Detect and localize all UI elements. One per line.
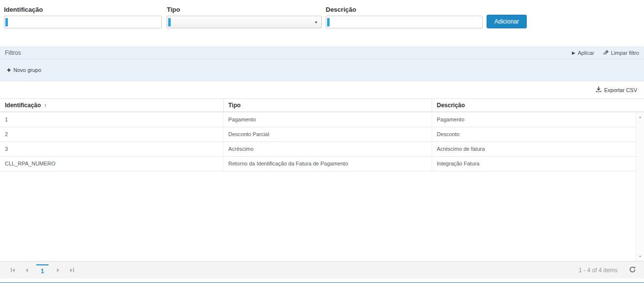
refresh-icon [629, 266, 636, 275]
descricao-input-field[interactable] [326, 16, 482, 28]
first-page-button[interactable] [6, 264, 20, 277]
chevron-down-icon: ▼ [314, 21, 318, 24]
next-page-button[interactable] [52, 264, 65, 277]
add-button[interactable]: Adicionar [487, 15, 527, 28]
grid-body-table: 1PagamentoPagamento2Desconto ParcialDesc… [0, 112, 636, 171]
clear-filter-label: Limpar filtro [611, 50, 639, 56]
play-icon: ▶ [572, 50, 575, 55]
table-cell: 3 [0, 142, 223, 156]
column-header-label: Identificação [5, 102, 41, 109]
descricao-label: Descrição [326, 6, 483, 14]
table-cell: Integração Fatura [432, 156, 636, 171]
column-header-descricao[interactable]: Descrição [432, 99, 636, 112]
vertical-scrollbar[interactable]: ▲ ▼ [636, 112, 644, 261]
identificacao-label: Identificação [4, 6, 162, 14]
new-group-button[interactable]: + Novo grupo [7, 67, 41, 73]
table-row[interactable]: CLL_RPA_NUMERORetorno da Identificação d… [0, 156, 636, 171]
pager: 1 1 - 4 of 4 items [0, 261, 644, 279]
table-cell: Pagamento [432, 112, 636, 127]
last-page-button[interactable] [65, 264, 79, 277]
grid-header-table: Identificação ↑ Tipo Descrição [0, 99, 636, 112]
export-csv-label: Exportar CSV [604, 87, 637, 93]
export-csv-button[interactable]: Exportar CSV [595, 86, 637, 94]
filters-panel: Filtros ▶ Aplicar Limpar filtro + Novo g… [0, 47, 644, 81]
column-header-tipo[interactable]: Tipo [223, 99, 432, 112]
seek-last-icon [70, 268, 73, 272]
scroll-down-icon[interactable]: ▼ [636, 253, 644, 260]
bottom-gap [0, 279, 644, 283]
page: Identificação Tipo ▼ Descrição Adicionar… [0, 0, 644, 283]
grid-body: 1PagamentoPagamento2Desconto ParcialDesc… [0, 112, 644, 261]
clear-filter-button[interactable]: Limpar filtro [602, 50, 639, 56]
table-row[interactable]: 1PagamentoPagamento [0, 112, 636, 127]
seek-first-icon [11, 268, 12, 272]
table-cell: Desconto Parcial [223, 127, 432, 142]
scroll-up-icon[interactable]: ▲ [636, 113, 644, 120]
table-cell: Retorno da Identificação da Fatura de Pa… [223, 156, 432, 171]
column-header-label: Tipo [229, 102, 241, 109]
filters-title: Filtros [5, 49, 21, 56]
sort-asc-icon: ↑ [44, 102, 47, 108]
table-cell: 1 [0, 112, 223, 127]
field-identificacao: Identificação [4, 6, 162, 28]
refresh-button[interactable] [626, 264, 638, 276]
export-row: Exportar CSV [0, 81, 644, 98]
table-row[interactable]: 2Desconto ParcialDesconto [0, 127, 636, 142]
table-row[interactable]: 3AcréscimoAcréscimo de fatura [0, 142, 636, 156]
descricao-input[interactable] [326, 16, 483, 28]
tipo-select[interactable]: ▼ [167, 16, 322, 28]
plus-icon: + [7, 67, 11, 73]
new-group-label: Novo grupo [13, 67, 41, 73]
grid-header: Identificação ↑ Tipo Descrição [0, 98, 644, 112]
eraser-icon [602, 50, 609, 56]
table-header-row: Identificação ↑ Tipo Descrição [0, 99, 636, 112]
column-header-identificacao[interactable]: Identificação ↑ [0, 99, 223, 112]
table-cell: Desconto [432, 127, 636, 142]
filters-body: + Novo grupo [0, 59, 644, 81]
pager-info: 1 - 4 of 4 items [579, 267, 618, 274]
tipo-label: Tipo [167, 6, 322, 14]
identificacao-input-field[interactable] [4, 16, 161, 28]
identificacao-input[interactable] [4, 16, 162, 28]
apply-filter-button[interactable]: ▶ Aplicar [572, 50, 594, 56]
page-number-current[interactable]: 1 [36, 264, 49, 276]
filters-header: Filtros ▶ Aplicar Limpar filtro [0, 47, 644, 59]
table-cell: Pagamento [223, 112, 432, 127]
filters-actions: ▶ Aplicar Limpar filtro [572, 50, 639, 56]
text-cursor-icon [168, 18, 171, 26]
field-tipo: Tipo ▼ [167, 6, 322, 28]
table-cell: Acréscimo de fatura [432, 142, 636, 156]
apply-filter-label: Aplicar [578, 50, 594, 56]
arrow-right-icon [57, 268, 59, 272]
table-cell: CLL_RPA_NUMERO [0, 156, 223, 171]
add-record-form: Identificação Tipo ▼ Descrição Adicionar [0, 0, 644, 28]
prev-page-button[interactable] [20, 264, 33, 277]
download-icon [595, 86, 602, 94]
column-header-label: Descrição [437, 102, 465, 109]
table-cell: 2 [0, 127, 223, 142]
table-cell: Acréscimo [223, 142, 432, 156]
arrow-left-icon [26, 268, 28, 272]
field-descricao: Descrição [326, 6, 483, 28]
